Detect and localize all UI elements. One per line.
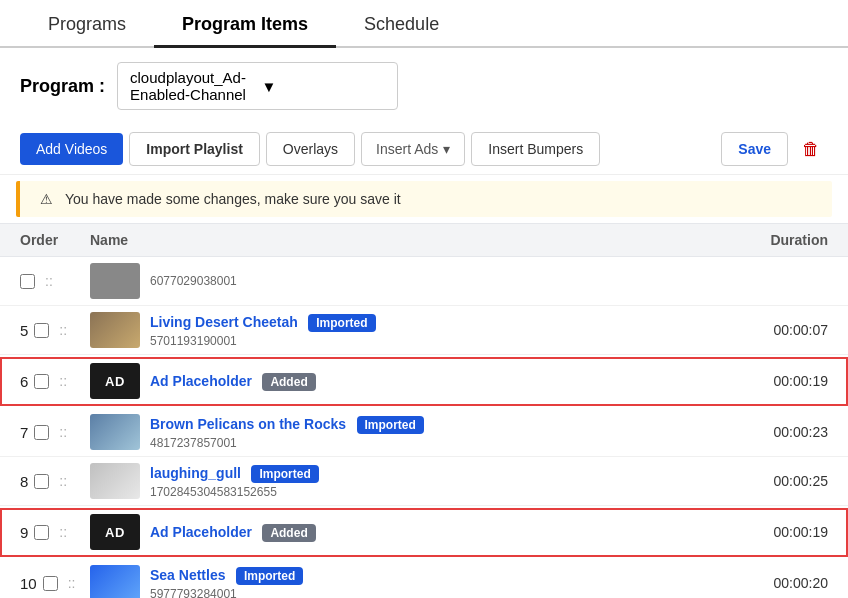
order-number: 6 — [20, 373, 28, 390]
table-row: 8 :: laughing_gull Imported 170284530458… — [0, 457, 848, 506]
order-cell: 8 :: — [20, 473, 90, 490]
drag-handle[interactable]: :: — [59, 524, 67, 540]
item-name[interactable]: Brown Pelicans on the Rocks — [150, 416, 346, 432]
trash-button[interactable]: 🗑 — [794, 135, 828, 164]
row-checkbox[interactable] — [20, 274, 35, 289]
drag-handle[interactable]: :: — [59, 373, 67, 389]
drag-handle[interactable]: :: — [59, 322, 67, 338]
insert-ads-label: Insert Ads — [376, 141, 438, 157]
table-header: Order Name Duration — [0, 223, 848, 257]
program-select[interactable]: cloudplayout_Ad-Enabled-Channel ▼ — [117, 62, 398, 110]
item-name[interactable]: Ad Placeholder — [150, 524, 252, 540]
name-cell: AD Ad Placeholder Added — [90, 514, 708, 550]
thumbnail — [90, 263, 140, 299]
thumbnail: AD — [90, 514, 140, 550]
item-name[interactable]: Living Desert Cheetah — [150, 314, 298, 330]
header-name: Name — [90, 232, 708, 248]
program-label: Program : — [20, 76, 105, 97]
order-cell: 7 :: — [20, 424, 90, 441]
table-row: 5 :: Living Desert Cheetah Imported 5701… — [0, 306, 848, 355]
action-bar: Add Videos Import Playlist Overlays Inse… — [0, 124, 848, 175]
item-id: 17028453045831526​55 — [150, 485, 319, 499]
status-badge: Added — [262, 524, 315, 542]
status-badge: Added — [262, 373, 315, 391]
drag-handle[interactable]: :: — [45, 273, 53, 289]
name-cell: Sea Nettles Imported 5977793284001 — [90, 565, 708, 598]
name-cell: laughing_gull Imported 17028453045831526… — [90, 463, 708, 499]
item-info: Ad Placeholder Added — [150, 523, 316, 542]
row-checkbox[interactable] — [34, 425, 49, 440]
duration-cell: 00:00:19 — [708, 524, 828, 540]
item-id: 4817237857001 — [150, 436, 424, 450]
save-button[interactable]: Save — [721, 132, 788, 166]
warning-text: You have made some changes, make sure yo… — [65, 191, 401, 207]
drag-handle[interactable]: :: — [59, 424, 67, 440]
item-name[interactable]: laughing_gull — [150, 465, 241, 481]
item-info: Ad Placeholder Added — [150, 372, 316, 391]
item-id: 5701193190001 — [150, 334, 376, 348]
name-cell: Living Desert Cheetah Imported 570119319… — [90, 312, 708, 348]
item-id: 5977793284001 — [150, 587, 303, 599]
tab-program-items[interactable]: Program Items — [154, 0, 336, 48]
name-cell: Brown Pelicans on the Rocks Imported 481… — [90, 414, 708, 450]
status-badge: Imported — [251, 465, 318, 483]
duration-cell: 00:00:23 — [708, 424, 828, 440]
item-info: laughing_gull Imported 17028453045831526… — [150, 464, 319, 499]
row-checkbox[interactable] — [34, 525, 49, 540]
item-info: Brown Pelicans on the Rocks Imported 481… — [150, 415, 424, 450]
warning-icon: ⚠ — [40, 191, 53, 207]
drag-handle[interactable]: :: — [68, 575, 76, 591]
order-cell: 6 :: — [20, 373, 90, 390]
program-row: Program : cloudplayout_Ad-Enabled-Channe… — [0, 48, 848, 124]
thumbnail — [90, 463, 140, 499]
header-duration: Duration — [708, 232, 828, 248]
item-id: 6077029038001 — [150, 274, 237, 288]
item-info: Living Desert Cheetah Imported 570119319… — [150, 313, 376, 348]
name-cell: AD Ad Placeholder Added — [90, 363, 708, 399]
tab-schedule[interactable]: Schedule — [336, 0, 467, 48]
status-badge: Imported — [236, 567, 303, 585]
tab-programs[interactable]: Programs — [20, 0, 154, 48]
duration-cell: 00:00:07 — [708, 322, 828, 338]
order-cell: 5 :: — [20, 322, 90, 339]
order-number: 7 — [20, 424, 28, 441]
row-checkbox[interactable] — [34, 323, 49, 338]
status-badge: Imported — [308, 314, 375, 332]
duration-cell: 00:00:20 — [708, 575, 828, 591]
order-cell: :: — [20, 273, 90, 289]
status-badge: Imported — [357, 416, 424, 434]
thumbnail: AD — [90, 363, 140, 399]
thumbnail — [90, 414, 140, 450]
row-checkbox[interactable] — [34, 374, 49, 389]
row-checkbox[interactable] — [34, 474, 49, 489]
order-number: 5 — [20, 322, 28, 339]
row-checkbox[interactable] — [43, 576, 58, 591]
tabs-bar: Programs Program Items Schedule — [0, 0, 848, 48]
warning-banner: ⚠ You have made some changes, make sure … — [16, 181, 832, 217]
overlays-button[interactable]: Overlays — [266, 132, 355, 166]
order-number: 10 — [20, 575, 37, 592]
duration-cell: 00:00:19 — [708, 373, 828, 389]
drag-handle[interactable]: :: — [59, 473, 67, 489]
item-info: 6077029038001 — [150, 274, 237, 288]
chevron-down-icon: ▼ — [261, 78, 384, 95]
program-select-value: cloudplayout_Ad-Enabled-Channel — [130, 69, 253, 103]
table-row: 10 :: Sea Nettles Imported 5977793284001… — [0, 559, 848, 598]
header-order: Order — [20, 232, 90, 248]
name-cell: 6077029038001 — [90, 263, 708, 299]
table-row: :: 6077029038001 — [0, 257, 848, 306]
thumbnail — [90, 312, 140, 348]
table-body: :: 6077029038001 5 :: Living Desert Chee… — [0, 257, 848, 598]
duration-cell: 00:00:25 — [708, 473, 828, 489]
table-row: 7 :: Brown Pelicans on the Rocks Importe… — [0, 408, 848, 457]
table-row: 9 :: AD Ad Placeholder Added 00:00:19 — [0, 508, 848, 557]
table-row: 6 :: AD Ad Placeholder Added 00:00:19 — [0, 357, 848, 406]
insert-ads-button[interactable]: Insert Ads ▾ — [361, 132, 465, 166]
order-cell: 10 :: — [20, 575, 90, 592]
add-videos-button[interactable]: Add Videos — [20, 133, 123, 165]
order-cell: 9 :: — [20, 524, 90, 541]
item-name[interactable]: Ad Placeholder — [150, 373, 252, 389]
insert-bumpers-button[interactable]: Insert Bumpers — [471, 132, 600, 166]
import-playlist-button[interactable]: Import Playlist — [129, 132, 259, 166]
item-name[interactable]: Sea Nettles — [150, 567, 225, 583]
